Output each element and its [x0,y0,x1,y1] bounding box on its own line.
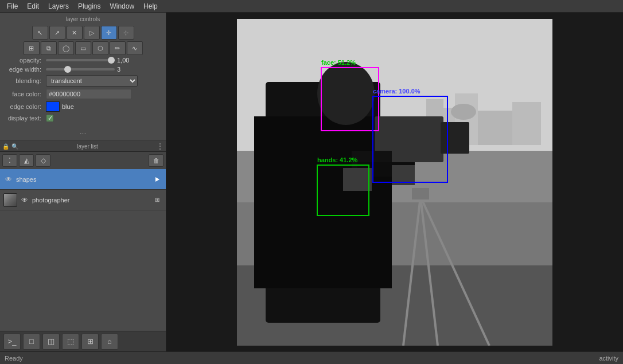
left-panel: layer controls ↖ ↗ ✕ ▷ ✛ ⊹ ⊞ ⧉ ◯ ▭ ⬡ ✏ ∿ [0,13,166,351]
svg-rect-14 [441,122,469,154]
shapes-layer-arrow [152,174,162,185]
face-color-input[interactable] [46,89,132,99]
tool-row-1: ↖ ↗ ✕ ▷ ✛ ⊹ [2,26,163,40]
tool-rect[interactable]: ▭ [75,41,91,55]
edge-width-slider[interactable] [46,68,115,71]
shapes-visibility-eye[interactable]: 👁 [3,174,14,185]
menu-file[interactable]: File [2,1,22,11]
close-viewer-btn[interactable]: ⬚ [62,334,79,350]
display-text-row: display text: ✓ [2,114,163,122]
photographer-layer-icon: ⊞ [152,195,162,205]
menu-help[interactable]: Help [139,1,162,11]
new-viewer-btn[interactable]: □ [23,334,40,350]
menu-edit[interactable]: Edit [22,1,44,11]
edge-width-row: edge width: 3 [2,66,163,73]
grid-btn[interactable]: ⊞ [81,334,99,350]
layer-item-photographer[interactable]: 👁 photographer ⊞ [0,190,166,210]
tool-pencil[interactable]: ✏ [110,41,126,55]
display-text-label: display text: [5,115,46,122]
opacity-value: 1,00 [117,57,129,64]
opacity-label: opacity: [5,57,46,64]
layer-list-label: layer list [77,143,98,150]
tool-add-shape[interactable]: ⊞ [24,41,40,55]
open-3d-btn[interactable]: ◫ [42,334,60,350]
new-points-layer-btn[interactable]: ⁚ [2,154,17,167]
blending-row: blending: translucentopaqueadditiveminim… [2,75,163,87]
svg-text:camera: 100.0%: camera: 100.0% [373,88,420,95]
layer-tools-bar: ⁚ ◭ ◇ 🗑 [0,152,166,169]
tool-transform[interactable]: ⊹ [118,26,134,40]
canvas-area[interactable]: face: 51.2% camera: 100.0% hands: 41.2% [166,13,623,351]
photographer-thumb [3,193,17,207]
layer-list-section: 🔒 🔍 layer list ⋮ ⁚ ◭ ◇ 🗑 👁 shapes [0,140,166,331]
tool-path[interactable]: ∿ [127,41,143,55]
layer-list: 👁 shapes 👁 photographer ⊞ [0,169,166,331]
delete-layer-btn[interactable]: 🗑 [149,154,163,167]
blending-label: blending: [5,77,46,84]
terminal-btn[interactable]: >_ [3,334,21,350]
svg-point-9 [451,104,476,120]
menubar: File Edit Layers Plugins Window Help [0,0,623,13]
layer-item-shapes[interactable]: 👁 shapes [0,169,166,190]
status-ready: Ready [5,355,23,362]
layer-list-header: 🔒 🔍 layer list ⋮ [0,140,166,152]
status-activity: activity [599,355,618,362]
opacity-slider[interactable] [46,59,115,61]
tool-move[interactable]: ✛ [101,26,117,40]
new-shapes-layer-btn[interactable]: ◭ [19,154,34,167]
menu-window[interactable]: Window [105,1,139,11]
tool-remove[interactable]: ✕ [67,26,83,40]
layer-list-options[interactable]: ⋮ [157,142,163,150]
svg-rect-7 [478,111,512,145]
main-area: layer controls ↖ ↗ ✕ ▷ ✛ ⊹ ⊞ ⧉ ◯ ▭ ⬡ ✏ ∿ [0,13,623,351]
svg-rect-22 [412,188,429,199]
svg-point-12 [317,62,375,125]
svg-rect-8 [512,102,541,145]
bottom-toolbar: >_ □ ◫ ⬚ ⊞ ⌂ [0,331,166,351]
display-text-checkbox[interactable]: ✓ [46,114,54,122]
new-labels-layer-btn[interactable]: ◇ [36,154,50,167]
edge-color-label: edge color: [5,103,46,110]
tool-row-2: ⊞ ⧉ ◯ ▭ ⬡ ✏ ∿ [2,41,163,55]
svg-text:hands: 41.2%: hands: 41.2% [317,156,358,163]
edge-width-value: 3 [117,66,120,73]
svg-rect-17 [343,168,372,191]
layer-controls-panel: layer controls ↖ ↗ ✕ ▷ ✛ ⊹ ⊞ ⧉ ◯ ▭ ⬡ ✏ ∿ [0,13,166,140]
tool-select[interactable]: ↖ [32,26,48,40]
tool-duplicate[interactable]: ⧉ [41,41,57,55]
layer-controls-header: layer controls [2,15,163,24]
edge-color-text: blue [62,103,74,110]
edge-width-label: edge width: [5,66,46,73]
more-options-dots[interactable]: ... [2,124,163,138]
tool-ellipse[interactable]: ◯ [58,41,74,55]
blending-select[interactable]: translucentopaqueadditiveminimummaximum [46,75,138,87]
tool-add[interactable]: ↗ [49,26,65,40]
photographer-layer-name: photographer [32,197,152,203]
edge-color-row: edge color: blue [2,101,163,112]
face-color-row: face color: [2,89,163,99]
face-color-label: face color: [5,91,46,97]
shapes-layer-name: shapes [16,176,152,183]
photo-svg: face: 51.2% camera: 100.0% hands: 41.2% [237,19,552,346]
svg-text:face: 51.2%: face: 51.2% [321,59,356,66]
svg-rect-11 [254,116,392,288]
edge-color-swatch[interactable] [46,101,60,112]
opacity-row: opacity: 1,00 [2,57,163,64]
photographer-visibility-eye[interactable]: 👁 [20,195,30,205]
image-container: face: 51.2% camera: 100.0% hands: 41.2% [237,19,552,346]
statusbar: Ready activity [0,351,623,364]
menu-plugins[interactable]: Plugins [73,1,105,11]
tool-polygon[interactable]: ⬡ [92,41,108,55]
home-btn[interactable]: ⌂ [101,334,118,350]
menu-layers[interactable]: Layers [44,1,73,11]
tool-cursor[interactable]: ▷ [84,26,100,40]
